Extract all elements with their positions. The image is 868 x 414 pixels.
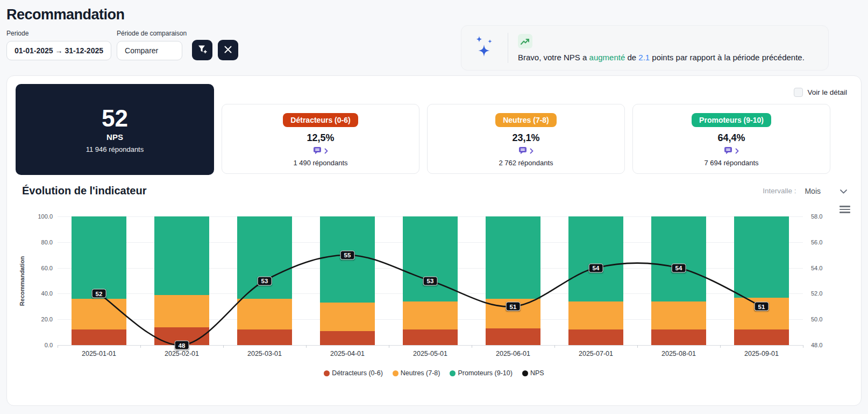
detail-toggle[interactable]: Voir le détail <box>794 88 847 97</box>
chevron-down-icon <box>840 186 847 196</box>
promoters-respondents: 7 694 répondants <box>704 159 758 167</box>
neutrals-badge: Neutres (7-8) <box>495 113 557 127</box>
x-axis-label: 2025-01-01 <box>58 350 140 357</box>
nps-respondents: 11 946 répondants <box>86 145 144 153</box>
chevron-right-icon <box>324 146 328 156</box>
clear-filters-button[interactable] <box>218 40 238 60</box>
legend-dot-icon <box>393 370 399 376</box>
legend-item[interactable]: Détracteurs (0-6) <box>324 369 382 377</box>
legend-label: Promoteurs (9-10) <box>458 369 512 377</box>
promoters-card: Promoteurs (9-10) 64,4% <box>632 104 830 174</box>
header: Recommandation Periode 01-01-2025 → 31-1… <box>0 0 868 75</box>
legend-label: NPS <box>530 369 544 377</box>
x-axis-label: 2025-05-01 <box>389 350 472 357</box>
y-axis-tick-right: 54.0 <box>811 265 822 271</box>
x-axis-label: 2025-04-01 <box>306 350 389 357</box>
y-axis-tick-right: 52.0 <box>811 290 822 297</box>
interval-value: Mois <box>805 187 821 195</box>
y-axis-tick-left: 40.0 <box>41 290 53 297</box>
neutrals-comments-link[interactable] <box>518 146 533 157</box>
comment-icon <box>724 146 733 157</box>
funnel-plus-icon <box>197 44 208 57</box>
x-axis-tick <box>223 345 224 348</box>
neutrals-card: Neutres (7-8) 23,1% <box>427 104 625 174</box>
x-axis-tick <box>140 345 141 348</box>
promoters-comments-link[interactable] <box>724 146 739 157</box>
y-axis-tick-left: 100.0 <box>38 213 53 220</box>
nps-point-label[interactable]: 51 <box>506 302 521 311</box>
detractors-badge: Détracteurs (0-6) <box>283 113 358 127</box>
close-icon <box>224 45 232 55</box>
add-filter-button[interactable] <box>192 40 212 60</box>
insight-trend-word: augmenté <box>589 53 625 62</box>
x-axis-tick <box>720 345 721 348</box>
insight-body: Bravo, votre NPS a augmenté de 2.1 point… <box>518 34 805 62</box>
legend-item[interactable]: NPS <box>522 369 544 377</box>
detractors-respondents: 1 490 répondants <box>293 159 347 167</box>
nps-point-label[interactable]: 53 <box>258 276 272 285</box>
kpi-row: 52 NPS 11 946 répondants Détracteurs (0-… <box>7 76 861 175</box>
nps-label: NPS <box>106 132 123 142</box>
nps-point-label[interactable]: 48 <box>175 341 189 350</box>
chevron-right-icon <box>530 146 533 156</box>
comment-icon <box>313 146 322 157</box>
interval-select[interactable]: Mois <box>805 186 847 196</box>
nps-point-label[interactable]: 54 <box>672 263 686 272</box>
nps-point-label[interactable]: 52 <box>92 289 106 298</box>
nps-point-label[interactable]: 53 <box>423 276 438 285</box>
detractors-value: 12,5% <box>307 132 334 144</box>
nps-score-card: 52 NPS 11 946 répondants <box>16 84 214 175</box>
divider <box>508 33 508 63</box>
comparison-input[interactable]: Comparer <box>117 41 182 60</box>
y-axis-tick-left: 60.0 <box>41 265 53 271</box>
period-label: Periode <box>6 30 111 37</box>
x-axis-label: 2025-03-01 <box>223 350 306 357</box>
detractors-card: Détracteurs (0-6) 12,5% <box>222 104 419 174</box>
interval-label: Intervalle : <box>763 187 796 195</box>
y-axis-tick-right: 56.0 <box>811 239 822 245</box>
legend-item[interactable]: Promoteurs (9-10) <box>450 369 512 377</box>
detail-toggle-label: Voir le détail <box>807 88 847 96</box>
y-axis-tick-right: 50.0 <box>811 316 822 322</box>
x-axis-tick <box>389 345 389 348</box>
nps-point-label[interactable]: 55 <box>340 250 355 259</box>
x-axis-label: 2025-02-01 <box>140 350 223 357</box>
chart-menu-icon[interactable] <box>839 206 850 213</box>
period-range-input[interactable]: 01-01-2025 → 31-12-2025 <box>6 41 111 60</box>
chevron-right-icon <box>735 146 739 156</box>
x-axis-tick <box>472 345 472 348</box>
promoters-badge: Promoteurs (9-10) <box>692 113 771 127</box>
x-axis-tick <box>306 345 307 348</box>
neutrals-value: 23,1% <box>512 132 539 144</box>
x-axis-tick <box>58 345 58 348</box>
x-axis-tick <box>803 345 803 348</box>
nps-value: 52 <box>102 106 128 131</box>
comment-icon <box>518 146 528 157</box>
neutrals-respondents: 2 762 répondants <box>499 159 553 167</box>
ai-insight-banner: Bravo, votre NPS a augmenté de 2.1 point… <box>461 25 829 71</box>
x-axis-label: 2025-07-01 <box>554 350 637 357</box>
insight-delta-value: 2.1 <box>638 53 650 62</box>
section-row: Évolution de l'indicateur Intervalle : M… <box>7 175 861 197</box>
x-axis-label: 2025-08-01 <box>637 350 720 357</box>
legend-dot-icon <box>324 370 330 376</box>
comparison-label: Période de comparaison <box>117 30 187 37</box>
detail-checkbox[interactable] <box>794 88 803 97</box>
nps-point-label[interactable]: 54 <box>589 263 603 272</box>
y-axis-title: Recommandation <box>19 256 25 305</box>
nps-point-label[interactable]: 51 <box>755 302 769 311</box>
legend-label: Neutres (7-8) <box>401 369 440 377</box>
y-axis-tick-left: 0.0 <box>45 342 53 348</box>
legend-item[interactable]: Neutres (7-8) <box>393 369 440 377</box>
evolution-chart: Recommandation 0.048.020.050.040.052.060… <box>16 201 852 384</box>
legend-dot-icon <box>522 370 528 376</box>
chart-legend: Détracteurs (0-6)Neutres (7-8)Promoteurs… <box>16 369 852 377</box>
insight-text: Bravo, votre NPS a augmenté de 2.1 point… <box>518 53 805 62</box>
legend-label: Détracteurs (0-6) <box>332 369 382 377</box>
period-filter-group: Periode 01-01-2025 → 31-12-2025 <box>6 30 111 60</box>
y-axis-tick-right: 48.0 <box>811 342 822 348</box>
section-title: Évolution de l'indicateur <box>22 185 146 197</box>
y-axis-tick-left: 80.0 <box>41 239 53 245</box>
detractors-comments-link[interactable] <box>313 146 328 157</box>
y-axis-tick-right: 58.0 <box>811 213 822 220</box>
